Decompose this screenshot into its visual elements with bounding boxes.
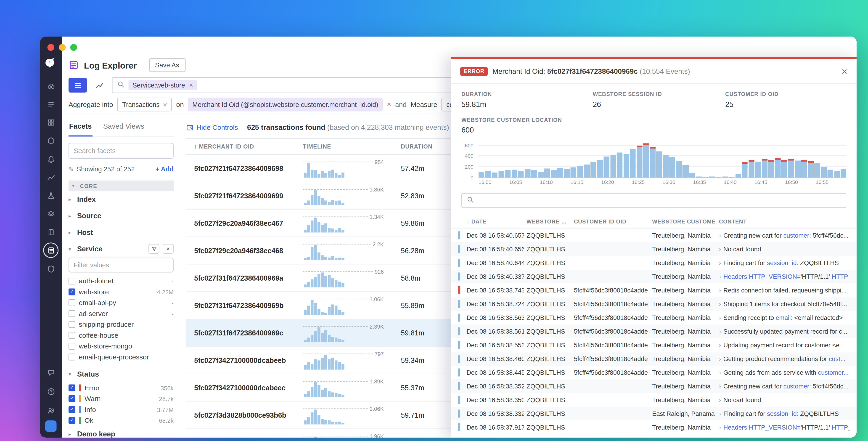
- filter-values-input[interactable]: [68, 258, 174, 273]
- service-item-email-api-py[interactable]: email-api-py-: [68, 297, 174, 308]
- minimize-window-button[interactable]: [59, 44, 66, 51]
- service-item-coffee-house[interactable]: coffee-house-: [68, 330, 174, 341]
- tab-saved-views[interactable]: Saved Views: [102, 121, 145, 137]
- log-row[interactable]: Dec 08 16:58:38.553ZQQBILTLHS5fcff4f56dc…: [451, 338, 857, 352]
- checkbox[interactable]: [68, 343, 75, 349]
- checkbox[interactable]: [68, 310, 75, 317]
- checkbox[interactable]: [68, 353, 75, 360]
- dashboards-icon[interactable]: [44, 115, 58, 129]
- facet-group-status[interactable]: ▾ Status: [68, 365, 174, 382]
- service-item-auth-dotnet[interactable]: auth-dotnet-: [68, 275, 174, 286]
- security-icon[interactable]: [44, 262, 58, 275]
- log-content-link[interactable]: customer:: [783, 383, 811, 390]
- edit-facets-icon[interactable]: ✎: [68, 166, 74, 173]
- log-row[interactable]: Dec 08 16:58:38.445ZQQBILTLHS5fcff4f56dc…: [451, 365, 857, 379]
- log-row[interactable]: Dec 08 16:58:37.917ZQQBILTLHSTreutelberg…: [451, 420, 857, 434]
- log-row[interactable]: Dec 08 16:58:40.657ZQQBILTLHSTreutelberg…: [451, 229, 857, 242]
- add-facet-button[interactable]: + Add: [155, 166, 174, 173]
- checkbox[interactable]: ✓: [68, 395, 75, 402]
- watchdog-icon[interactable]: [44, 79, 58, 92]
- status-item-error[interactable]: ✓Error356k: [68, 382, 174, 393]
- close-window-button[interactable]: [48, 44, 54, 51]
- timeseries-view-button[interactable]: [90, 78, 108, 92]
- checkbox[interactable]: [68, 321, 75, 328]
- service-item-web-store[interactable]: ✓web-store4.22M: [68, 286, 174, 297]
- panel-search-input[interactable]: [461, 193, 846, 208]
- service-filter-button[interactable]: [149, 244, 159, 254]
- tab-facets[interactable]: Facets: [68, 121, 92, 137]
- log-column-webstore[interactable]: WEBSTORE ...: [527, 218, 571, 225]
- service-item-email-queue-processor[interactable]: email-queue-processor-: [68, 351, 174, 362]
- checkbox[interactable]: [68, 299, 75, 306]
- integrations-icon[interactable]: [44, 207, 58, 220]
- log-row[interactable]: Dec 08 16:58:38.352ZQQBILTLHSTreutelberg…: [451, 379, 857, 393]
- checkbox[interactable]: ✓: [68, 417, 75, 423]
- log-content-link[interactable]: email:: [776, 314, 793, 321]
- service-item-ad-server[interactable]: ad-server-: [68, 308, 174, 319]
- log-row[interactable]: Dec 08 16:58:40.656ZQQBILTLHSTreutelberg…: [451, 242, 857, 256]
- search-facets-input[interactable]: [68, 143, 174, 159]
- remove-transactions-icon[interactable]: ×: [163, 100, 167, 108]
- log-row[interactable]: Dec 08 16:58:38.743ZQQBILTLHS5fcff4f56dc…: [451, 283, 857, 297]
- column-merchant-id[interactable]: ↑MERCHANT ID OID: [194, 144, 303, 150]
- facet-group-demo-keep[interactable]: ▸Demo keep: [68, 426, 174, 438]
- column-timeline[interactable]: TIMELINE: [303, 144, 401, 150]
- core-group-header[interactable]: ▾ CORE: [68, 180, 174, 191]
- log-content-link[interactable]: Headers:HTTP_VERSION=: [723, 424, 801, 431]
- users-icon[interactable]: [44, 403, 58, 417]
- log-row[interactable]: Dec 08 16:58:40.337ZQQBILTLHSTreutelberg…: [451, 270, 857, 283]
- status-item-ok[interactable]: ✓Ok68.2k: [68, 415, 174, 426]
- service-item-web-store-mongo[interactable]: web-store-mongo-: [68, 341, 174, 351]
- checkbox[interactable]: ✓: [68, 384, 75, 391]
- log-row[interactable]: Dec 08 16:58:38.332ZQQBILTLHSEast Raleig…: [451, 407, 857, 420]
- checkbox[interactable]: [68, 277, 75, 284]
- remove-token-icon[interactable]: ×: [189, 82, 193, 89]
- log-content-link[interactable]: customer...: [818, 369, 848, 376]
- status-item-warn[interactable]: ✓Warn28.7k: [68, 393, 174, 404]
- aggregate-group-pill[interactable]: Merchant Id Oid (@shopist.webstore.custo…: [188, 97, 383, 111]
- monitors-icon[interactable]: [44, 152, 58, 166]
- log-column-content[interactable]: CONTENT: [719, 218, 850, 225]
- user-avatar[interactable]: [45, 420, 57, 432]
- log-row[interactable]: Dec 08 16:58:38.561ZQQBILTLHS5fcff4f56dc…: [451, 324, 857, 338]
- facet-group-service[interactable]: ▾ Service ×: [68, 241, 174, 257]
- log-row[interactable]: Dec 08 16:58:38.724ZQQBILTLHS5fcff4f56dc…: [451, 297, 857, 311]
- log-content-link[interactable]: HTTP_...: [830, 273, 850, 280]
- remove-group-icon[interactable]: ×: [387, 100, 391, 109]
- log-column-location[interactable]: WEBSTORE CUSTOMER L...: [652, 218, 716, 225]
- zoom-window-button[interactable]: [70, 44, 77, 51]
- log-content-link[interactable]: customer:: [783, 232, 811, 239]
- log-content-link[interactable]: session_id:: [767, 410, 799, 417]
- log-row[interactable]: Dec 08 16:58:38.350ZQQBILTLHSTreutelberg…: [451, 393, 857, 407]
- checkbox[interactable]: ✓: [68, 288, 75, 295]
- list-view-button[interactable]: [68, 78, 87, 92]
- notebooks-icon[interactable]: [44, 225, 58, 239]
- log-row[interactable]: Dec 08 16:58:40.644ZQQBILTLHSTreutelberg…: [451, 256, 857, 270]
- facet-group-source[interactable]: ▸Source: [68, 207, 174, 224]
- close-panel-button[interactable]: ×: [841, 66, 847, 76]
- events-icon[interactable]: [44, 97, 58, 111]
- log-row[interactable]: Dec 08 16:58:38.563ZQQBILTLHS5fcff4f56dc…: [451, 311, 857, 324]
- hide-controls-button[interactable]: Hide Controls: [186, 123, 238, 131]
- checkbox[interactable]: ✓: [68, 406, 75, 413]
- logs-icon[interactable]: [44, 243, 58, 257]
- service-item-shipping-producer[interactable]: shipping-producer-: [68, 319, 174, 330]
- infrastructure-icon[interactable]: [44, 134, 58, 147]
- chat-icon[interactable]: [44, 365, 58, 379]
- search-token[interactable]: Service:web-store ×: [129, 80, 197, 90]
- metrics-icon[interactable]: [44, 170, 58, 184]
- log-column-date[interactable]: ↓DATE: [467, 218, 524, 225]
- checkbox[interactable]: [68, 331, 75, 339]
- log-row[interactable]: Dec 08 16:58:38.460ZQQBILTLHS5fcff4f56dc…: [451, 352, 857, 365]
- log-content-link[interactable]: HTTP_...: [830, 424, 850, 431]
- apm-icon[interactable]: [44, 188, 58, 202]
- save-as-button[interactable]: Save As: [149, 58, 185, 72]
- log-content-link[interactable]: cust...: [829, 355, 845, 362]
- log-content-link[interactable]: Headers:HTTP_VERSION=: [723, 273, 801, 280]
- facet-group-host[interactable]: ▸Host: [68, 224, 174, 241]
- help-icon[interactable]: [44, 385, 58, 398]
- status-item-info[interactable]: ✓Info3.77M: [68, 404, 174, 415]
- facet-group-index[interactable]: ▸Index: [68, 191, 174, 207]
- log-column-customer-id[interactable]: CUSTOMER ID OID: [574, 218, 649, 225]
- service-clear-filter-button[interactable]: ×: [163, 244, 174, 254]
